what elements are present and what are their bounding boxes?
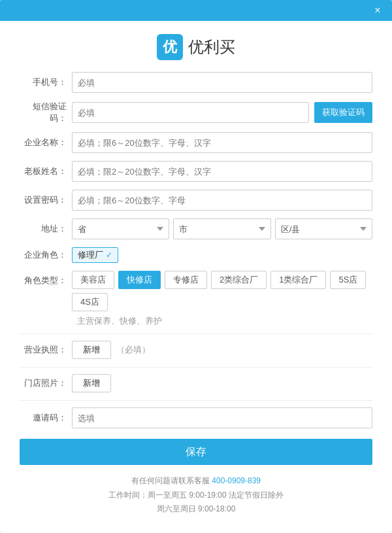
footer-text: 有任何问题请联系客服 400-0909-839 工作时间：周一至周五 9:00-… (20, 474, 372, 517)
owner-input[interactable] (72, 161, 372, 182)
registration-form: 手机号： 短信验证码： 获取验证码 企业名称： 老板姓名： 设置密码： (0, 72, 392, 517)
close-button[interactable]: × (370, 3, 385, 18)
company-input[interactable] (72, 132, 372, 153)
phone-label: 手机号： (20, 77, 72, 88)
district-select[interactable]: 区/县 (275, 218, 372, 239)
brand-name: 优利买 (188, 37, 235, 58)
footer-hours-line1: 工作时间：周一至周五 9:00-19:00 法定节假日除外 (20, 489, 372, 503)
photo-add-button[interactable]: 新增 (72, 374, 111, 392)
address-label: 地址： (20, 223, 72, 235)
footer-contact-line: 有任何问题请联系客服 400-0909-839 (20, 474, 372, 489)
role-btn-beauty[interactable]: 美容店 (72, 271, 114, 289)
license-row: 营业执照： 新增 （必填） (20, 341, 372, 359)
role-btn-type2[interactable]: 2类综合厂 (211, 271, 267, 289)
company-label: 企业名称： (20, 137, 72, 148)
city-select[interactable]: 市 (173, 218, 270, 239)
enterprise-role-label: 企业角色： (20, 249, 72, 261)
invite-row: 邀请码： (20, 407, 372, 428)
logo-area: 优 优利买 (0, 21, 392, 72)
enterprise-role-tag[interactable]: 修理厂 ✓ (72, 247, 118, 263)
footer-phone[interactable]: 400-0909-839 (212, 476, 261, 485)
role-description: 主营保养、快修、养护 (20, 315, 372, 327)
phone-row: 手机号： (20, 72, 372, 93)
dialog-header: × (0, 0, 392, 21)
role-type-label: 角色类型： (20, 271, 72, 286)
owner-row: 老板姓名： (20, 161, 372, 182)
invite-input[interactable] (72, 407, 372, 428)
password-input[interactable] (72, 190, 372, 211)
sms-label: 短信验证码： (20, 101, 72, 124)
password-label: 设置密码： (20, 194, 72, 206)
owner-label: 老板姓名： (20, 165, 72, 177)
phone-input[interactable] (72, 72, 372, 93)
role-type-buttons: 美容店 快修店 专修店 2类综合厂 1类综合厂 5S店 4S店 (72, 271, 372, 311)
role-type-row: 角色类型： 美容店 快修店 专修店 2类综合厂 1类综合厂 5S店 4S店 (20, 271, 372, 311)
divider-3 (20, 400, 372, 401)
photo-row: 门店照片： 新增 (20, 374, 372, 392)
role-btn-special[interactable]: 专修店 (165, 271, 207, 289)
registration-dialog: × 优 优利买 手机号： 短信验证码： 获取验证码 企业名称： 老板姓名： (0, 0, 392, 533)
check-icon: ✓ (106, 250, 112, 260)
sms-row: 短信验证码： 获取验证码 (20, 101, 372, 124)
footer-contact-text: 有任何问题请联系客服 (131, 476, 210, 485)
address-row: 地址： 省 市 区/县 (20, 218, 372, 239)
password-row: 设置密码： (20, 190, 372, 211)
address-group: 省 市 区/县 (72, 218, 372, 239)
role-btn-type1[interactable]: 1类综合厂 (270, 271, 326, 289)
role-btn-quickfix[interactable]: 快修店 (118, 271, 161, 289)
company-row: 企业名称： (20, 132, 372, 153)
logo-icon: 优 (157, 34, 183, 60)
divider-2 (20, 367, 372, 368)
province-select[interactable]: 省 (72, 218, 169, 239)
photo-label: 门店照片： (20, 377, 72, 389)
role-btn-4s[interactable]: 4S店 (72, 293, 108, 311)
role-tag-text: 修理厂 (78, 249, 103, 261)
sms-group: 获取验证码 (72, 102, 372, 123)
invite-label: 邀请码： (20, 412, 72, 424)
get-sms-button[interactable]: 获取验证码 (314, 102, 372, 123)
divider-1 (20, 334, 372, 334)
license-add-button[interactable]: 新增 (72, 341, 111, 359)
sms-input[interactable] (72, 102, 309, 123)
footer-hours-line2: 周六至周日 9:00-18:00 (20, 502, 372, 517)
enterprise-role-row: 企业角色： 修理厂 ✓ (20, 247, 372, 263)
role-btn-5s[interactable]: 5S店 (330, 271, 366, 289)
save-button[interactable]: 保存 (20, 439, 372, 465)
license-required-hint: （必填） (116, 344, 150, 356)
license-label: 营业执照： (20, 344, 72, 356)
